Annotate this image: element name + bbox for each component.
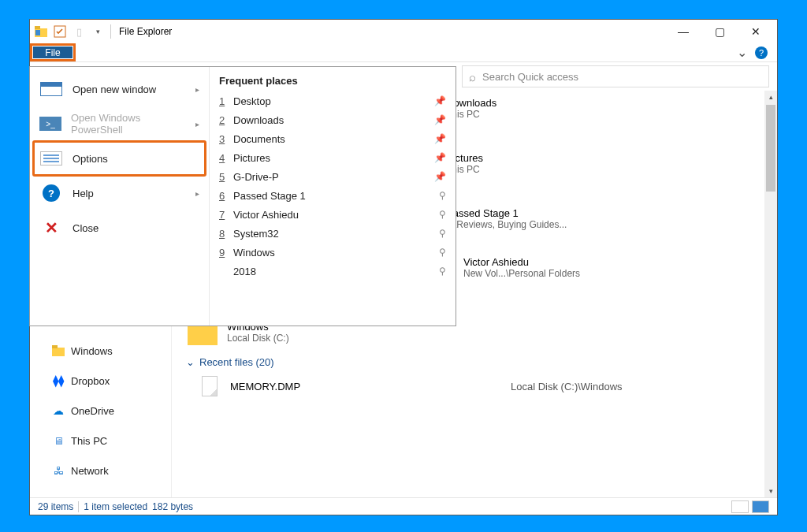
item-location: ...\Reviews, Buying Guides... xyxy=(446,219,763,230)
file-name: MEMORY.DMP xyxy=(230,381,498,392)
window-title: File Explorer xyxy=(119,26,172,37)
nav-item-this-pc[interactable]: 🖥This PC xyxy=(30,430,171,452)
frequent-index: 8 xyxy=(219,228,233,240)
frequent-place-item[interactable]: 6Passed Stage 1⚲ xyxy=(216,186,449,205)
pin-filled-icon[interactable]: 📌 xyxy=(434,133,446,144)
powershell-icon: >_ xyxy=(39,117,61,131)
pin-filled-icon[interactable]: 📌 xyxy=(434,114,446,125)
qat-properties-icon[interactable] xyxy=(52,24,68,39)
onedrive-icon: ☁ xyxy=(52,404,65,417)
recent-file-item[interactable]: MEMORY.DMPLocal Disk (C:)\Windows xyxy=(186,373,763,400)
menu-label: Open new window xyxy=(73,84,156,95)
scroll-down-icon[interactable]: ▾ xyxy=(764,485,777,497)
frequent-index: 7 xyxy=(219,209,233,221)
maximize-button[interactable]: ▢ xyxy=(701,20,738,43)
chevron-right-icon: ▸ xyxy=(195,85,199,94)
help-icon[interactable]: ? xyxy=(755,47,768,59)
nav-label: This PC xyxy=(71,435,107,447)
pin-outline-icon[interactable]: ⚲ xyxy=(439,190,446,201)
frequent-index: 3 xyxy=(219,133,233,145)
frequent-label: 2018 xyxy=(233,266,439,277)
pc-icon: 🖥 xyxy=(52,434,65,447)
chevron-down-icon: ⌄ xyxy=(186,356,195,368)
frequent-label: Victor Ashiedu xyxy=(233,209,439,221)
quick-access-item[interactable]: DownloadsThis PC📌 xyxy=(446,97,763,130)
chevron-right-icon: ▸ xyxy=(195,120,199,128)
frequent-label: G-Drive-P xyxy=(233,171,434,183)
pin-outline-icon[interactable]: ⚲ xyxy=(439,266,446,277)
qat-dropdown-icon[interactable]: ▾ xyxy=(90,24,106,39)
nav-label: Network xyxy=(71,465,109,477)
pin-icon: 📌 xyxy=(446,175,763,185)
nav-label: Windows xyxy=(71,345,113,357)
item-name: Downloads xyxy=(446,97,763,109)
recent-files-header[interactable]: ⌄ Recent files (20) xyxy=(186,356,763,368)
status-item-count: 29 items xyxy=(38,501,73,512)
menu-label: Help xyxy=(73,188,94,199)
file-tab[interactable]: File xyxy=(30,43,76,61)
chevron-right-icon: ▸ xyxy=(195,189,199,198)
titlebar-separator xyxy=(110,24,111,39)
frequent-place-item[interactable]: 1Desktop📌 xyxy=(216,91,449,110)
close-window-button[interactable]: ✕ xyxy=(738,20,774,43)
nav-item-dropbox[interactable]: ⧫⧫Dropbox xyxy=(30,370,171,392)
frequent-places-heading: Frequent places xyxy=(216,70,449,91)
menu-label: Open Windows PowerShell xyxy=(71,112,186,136)
item-location: This PC xyxy=(446,164,763,175)
pin-icon: 📌 xyxy=(446,120,763,130)
menu-open-new-window[interactable]: Open new window ▸ xyxy=(33,72,206,106)
frequent-label: Documents xyxy=(233,133,434,145)
nav-item-onedrive[interactable]: ☁OneDrive xyxy=(30,400,171,422)
status-selection: 1 item selected xyxy=(84,501,147,512)
frequent-index: 9 xyxy=(219,247,233,259)
menu-options[interactable]: Options xyxy=(33,141,206,176)
scroll-up-icon[interactable]: ▴ xyxy=(764,91,777,103)
qat-newfolder-icon[interactable]: ▯ xyxy=(71,24,87,39)
frequent-place-item[interactable]: 8System32⚲ xyxy=(216,224,449,243)
app-icon xyxy=(33,24,49,39)
minimize-button[interactable]: — xyxy=(665,20,701,43)
frequent-label: Pictures xyxy=(233,152,434,164)
nav-item-windows[interactable]: Windows xyxy=(30,340,171,362)
quick-access-item[interactable]: Passed Stage 1...\Reviews, Buying Guides… xyxy=(446,207,763,230)
frequent-place-item[interactable]: 9Windows⚲ xyxy=(216,243,449,262)
ribbon-collapse-icon[interactable]: ⌄ xyxy=(737,45,747,60)
network-icon: 🖧 xyxy=(52,464,65,477)
menu-help[interactable]: ? Help ▸ xyxy=(33,176,206,210)
search-box[interactable]: ⌕ Search Quick access xyxy=(462,65,769,87)
file-explorer-window: ▯ ▾ File Explorer — ▢ ✕ File ⌄ ? Open ne… xyxy=(29,19,778,515)
menu-open-powershell[interactable]: >_ Open Windows PowerShell ▸ xyxy=(33,106,206,141)
view-details-icon[interactable] xyxy=(731,500,749,513)
item-name: Pictures xyxy=(446,152,763,164)
frequent-place-item[interactable]: 4Pictures📌 xyxy=(216,148,449,167)
frequent-place-item[interactable]: 2018⚲ xyxy=(216,262,449,281)
pin-outline-icon[interactable]: ⚲ xyxy=(439,228,446,239)
svg-rect-1 xyxy=(35,26,40,29)
svg-rect-2 xyxy=(35,30,40,35)
nav-label: OneDrive xyxy=(71,405,114,417)
menu-label: Options xyxy=(73,153,108,165)
pin-filled-icon[interactable]: 📌 xyxy=(434,95,446,106)
menu-label: Close xyxy=(73,222,99,234)
nav-item-network[interactable]: 🖧Network xyxy=(30,459,171,482)
pin-filled-icon[interactable]: 📌 xyxy=(434,171,446,182)
frequent-place-item[interactable]: 2Downloads📌 xyxy=(216,110,449,129)
svg-rect-4 xyxy=(52,348,65,356)
frequent-place-item[interactable]: 3Documents📌 xyxy=(216,129,449,148)
menu-close[interactable]: ✕ Close xyxy=(33,210,206,245)
ribbon-tabs: File ⌄ ? Open new window ▸ >_ Open Windo… xyxy=(30,43,777,62)
pin-filled-icon[interactable]: 📌 xyxy=(434,152,446,163)
nav-label: Dropbox xyxy=(71,375,110,387)
status-separator xyxy=(78,501,79,512)
view-thumbnails-icon[interactable] xyxy=(752,500,769,513)
pin-outline-icon[interactable]: ⚲ xyxy=(439,247,446,258)
scrollbar-thumb[interactable] xyxy=(766,105,775,192)
frequent-place-item[interactable]: 7Victor Ashiedu⚲ xyxy=(216,205,449,224)
pin-outline-icon[interactable]: ⚲ xyxy=(439,209,446,220)
search-placeholder: Search Quick access xyxy=(482,71,578,83)
options-icon xyxy=(40,151,62,166)
quick-access-item[interactable]: PicturesThis PC📌 xyxy=(446,152,763,185)
vertical-scrollbar[interactable]: ▴ ▾ xyxy=(764,91,777,497)
frequent-place-item[interactable]: 5G-Drive-P📌 xyxy=(216,167,449,186)
frequent-index: 2 xyxy=(219,114,233,126)
